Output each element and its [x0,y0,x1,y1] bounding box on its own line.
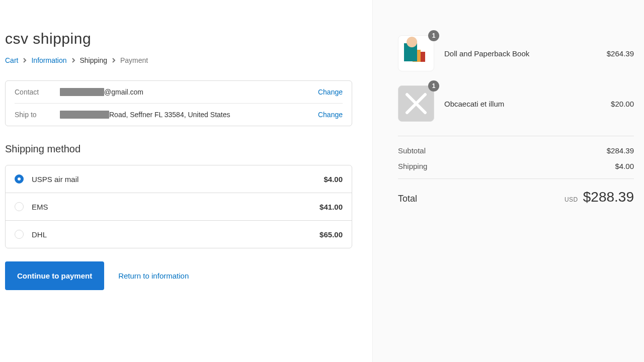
shipto-label: Ship to [15,111,60,119]
divider [398,178,634,179]
shipping-option-label: EMS [32,203,319,211]
item-name: Doll and Paperback Book [444,49,597,58]
item-price: $20.00 [611,100,634,108]
shipping-option-price: $41.00 [319,203,343,211]
radio-icon [15,230,24,239]
shipping-option-label: USPS air mail [32,175,324,184]
placeholder-image-icon [398,85,434,122]
total-row: Total USD $288.39 [398,189,634,205]
breadcrumb-information[interactable]: Information [31,56,66,64]
radio-icon [15,202,24,211]
order-summary: 1 Doll and Paperback Book $264.39 1 Obca… [372,0,644,362]
qty-badge: 1 [428,80,439,92]
radio-selected-icon [15,174,24,184]
breadcrumb-cart[interactable]: Cart [5,56,18,64]
shipping-option-price: $4.00 [324,175,343,184]
chevron-right-icon [111,58,116,63]
shipto-value: Road, Seffner FL 33584, United States [60,111,318,119]
chevron-right-icon [71,58,76,63]
continue-to-payment-button[interactable]: Continue to payment [5,261,104,290]
shipping-options: USPS air mail $4.00 EMS $41.00 DHL $65.0… [5,165,352,248]
shipping-method-heading: Shipping method [5,143,352,155]
total-label: Total [398,194,417,204]
breadcrumb-shipping: Shipping [80,56,108,64]
shipping-option-dhl[interactable]: DHL $65.00 [6,221,352,248]
chevron-right-icon [22,58,27,63]
breadcrumb-payment: Payment [120,56,148,64]
breadcrumb: Cart Information Shipping Payment [5,56,352,64]
checkout-main: csv shipping Cart Information Shipping P… [0,0,372,362]
shipping-option-label: DHL [32,230,319,239]
shipping-cost-row: Shipping $4.00 [398,162,634,170]
contact-row: Contact @gmail.com Change [15,81,343,104]
shipping-option-price: $65.00 [319,230,343,239]
cart-item: 1 Doll and Paperback Book $264.39 [398,35,634,71]
item-thumbnail: 1 [398,85,434,122]
subtotal-row: Subtotal $284.39 [398,146,634,155]
change-contact-link[interactable]: Change [318,88,343,96]
shipping-cost-label: Shipping [398,162,427,170]
shipping-option-ems[interactable]: EMS $41.00 [6,193,352,221]
contact-ship-summary: Contact @gmail.com Change Ship to Road, … [5,80,352,126]
subtotal-label: Subtotal [398,146,426,155]
return-to-information-link[interactable]: Return to information [118,272,189,280]
redacted-text [60,88,104,96]
qty-badge: 1 [428,30,439,41]
product-image [398,35,434,71]
item-price: $264.39 [607,49,634,58]
item-name: Obcaecati et illum [444,100,601,108]
action-row: Continue to payment Return to informatio… [5,261,352,290]
change-shipto-link[interactable]: Change [318,111,343,119]
currency-label: USD [565,196,578,203]
subtotal-value: $284.39 [607,146,634,155]
total-value: $288.39 [583,189,634,205]
shipto-row: Ship to Road, Seffner FL 33584, United S… [15,104,343,126]
shipping-option-usps[interactable]: USPS air mail $4.00 [6,165,352,193]
page-title: csv shipping [5,30,352,47]
item-thumbnail: 1 [398,35,434,71]
divider [398,136,634,136]
contact-value: @gmail.com [60,88,318,96]
contact-label: Contact [15,88,60,96]
cart-item: 1 Obcaecati et illum $20.00 [398,85,634,122]
redacted-text [60,111,109,119]
shipping-cost-value: $4.00 [615,162,634,170]
